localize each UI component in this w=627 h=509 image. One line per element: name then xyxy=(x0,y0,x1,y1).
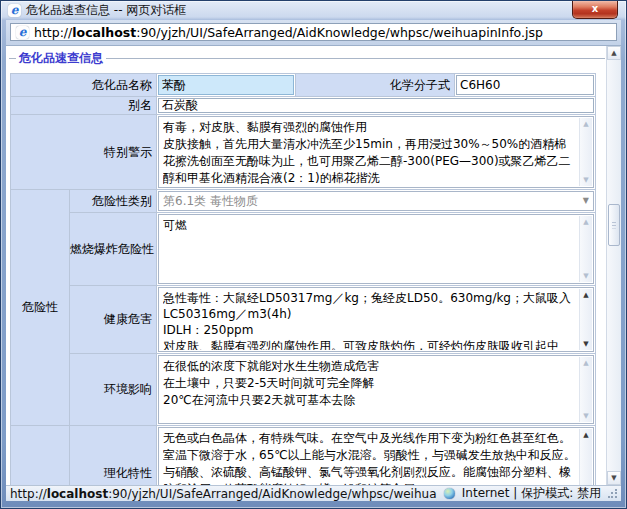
close-button[interactable]: x xyxy=(572,1,618,19)
scroll-down-icon[interactable]: ▼ xyxy=(583,412,588,420)
warning-scrollbar[interactable]: ▲ ▼ xyxy=(579,118,592,186)
chevron-down-icon: ▼ xyxy=(583,196,589,205)
scroll-up-icon[interactable]: ▲ xyxy=(583,218,588,226)
environment-label: 环境影响 xyxy=(70,354,156,425)
name-cell xyxy=(157,74,295,96)
status-url-prefix: http:// xyxy=(10,487,47,501)
security-zone-text: Internet | 保护模式: 禁用 xyxy=(462,485,601,502)
environment-cell: 在很低的浓度下就能对水生生物造成危害 在土壤中，只要2-5天时间就可完全降解 2… xyxy=(157,354,595,425)
url-prefix: http:// xyxy=(34,25,72,40)
environment-text: 在很低的浓度下就能对水生生物造成危害 在土壤中，只要2-5天时间就可完全降解 2… xyxy=(163,358,576,422)
status-url-host: localhost xyxy=(47,487,108,501)
physical-text: 无色或白色晶体，有特殊气味。在空气中及光线作用下变为粉红色甚至红色。室温下微溶于… xyxy=(163,430,576,485)
fire-scrollbar[interactable]: ▲ ▼ xyxy=(579,216,592,282)
physical-cell: 无色或白色晶体，有特殊气味。在空气中及光线作用下变为粉红色甚至红色。室温下微溶于… xyxy=(157,426,595,485)
scroll-up-icon[interactable]: ▲ xyxy=(607,46,621,60)
fire-label: 燃烧爆炸危险性 xyxy=(70,213,156,285)
form-page: 危化品速查信息 危化品名称 化学分子式 别名 特别警示 xyxy=(6,46,606,485)
info-table: 危化品名称 化学分子式 别名 特别警示 有毒，对皮肤、黏膜有强烈的腐蚀作用 皮 xyxy=(10,73,596,485)
alias-input[interactable] xyxy=(158,98,594,113)
url-box[interactable]: e http://localhost:90/yjzh/UI/SafeArrang… xyxy=(10,23,617,41)
url-path: :90/yjzh/UI/SafeArranged/AidKnowledge/wh… xyxy=(136,25,543,40)
fire-cell: 可燃 ▲ ▼ xyxy=(157,213,595,285)
formula-input[interactable] xyxy=(456,75,594,95)
url-text: http://localhost:90/yjzh/UI/SafeArranged… xyxy=(34,25,543,40)
scroll-up-icon[interactable]: ▲ xyxy=(583,359,588,367)
scroll-up-icon[interactable]: ▲ xyxy=(583,291,588,299)
status-url-path: :90/yjzh/UI/SafeArranged/AidKnowledge/wh… xyxy=(108,487,437,501)
warning-label: 特别警示 xyxy=(11,115,156,189)
scroll-down-icon[interactable]: ▼ xyxy=(583,340,588,348)
health-textarea[interactable]: 急性毒性：大鼠经LD50317mg／kg；兔经皮LD50。630mg/kg；大鼠… xyxy=(158,287,594,352)
scroll-up-icon[interactable]: ▲ xyxy=(583,120,588,128)
address-bar: e http://localhost:90/yjzh/UI/SafeArrang… xyxy=(6,20,621,46)
scrollbar-grip-icon xyxy=(612,222,616,229)
scroll-down-glyph: ▼ xyxy=(611,474,616,482)
status-url: http://localhost:90/yjzh/UI/SafeArranged… xyxy=(10,487,437,501)
hazard-group-label: 危险性 xyxy=(11,190,69,425)
title-bar: e 危化品速查信息 -- 网页对话框 xyxy=(1,1,626,20)
hazard-class-select[interactable]: 第6.1类 毒性物质 ▼ xyxy=(158,191,594,211)
scroll-down-icon[interactable]: ▼ xyxy=(583,272,588,280)
alias-label: 别名 xyxy=(11,97,156,114)
hazard-class-value: 第6.1类 毒性物质 xyxy=(163,193,258,210)
fire-textarea[interactable]: 可燃 ▲ ▼ xyxy=(158,214,594,284)
health-cell: 急性毒性：大鼠经LD50317mg／kg；兔经皮LD50。630mg/kg；大鼠… xyxy=(157,286,595,353)
section-legend-text: 危化品速查信息 xyxy=(19,50,103,67)
window-scrollbar[interactable]: ▲ ▼ xyxy=(606,46,621,485)
ie-page-icon: e xyxy=(16,26,29,39)
environment-textarea[interactable]: 在很低的浓度下就能对水生生物造成危害 在土壤中，只要2-5天时间就可完全降解 2… xyxy=(158,355,594,424)
health-scrollbar[interactable]: ▲ ▼ xyxy=(579,289,592,350)
warning-cell: 有毒，对皮肤、黏膜有强烈的腐蚀作用 皮肤接触，首先用大量清水冲洗至少15min，… xyxy=(157,115,595,189)
ie-browser-icon: e xyxy=(8,4,21,17)
hazard-class-label: 危险性类别 xyxy=(70,190,156,212)
physical-spacer-cell xyxy=(11,426,69,485)
resize-grip-icon[interactable] xyxy=(608,489,617,498)
health-label: 健康危害 xyxy=(70,286,156,353)
warning-text: 有毒，对皮肤、黏膜有强烈的腐蚀作用 皮肤接触，首先用大量清水冲洗至少15min，… xyxy=(163,119,576,186)
warning-textarea[interactable]: 有毒，对皮肤、黏膜有强烈的腐蚀作用 皮肤接触，首先用大量清水冲洗至少15min，… xyxy=(158,116,594,188)
globe-icon xyxy=(444,488,455,499)
alias-cell xyxy=(157,97,595,114)
dialog-window: e 危化品速查信息 -- 网页对话框 x e http://localhost:… xyxy=(0,0,627,509)
physical-scrollbar[interactable]: ▲ ▼ xyxy=(579,429,592,485)
close-icon: x xyxy=(592,3,598,14)
environment-scrollbar[interactable]: ▲ ▼ xyxy=(579,357,592,422)
name-label: 危化品名称 xyxy=(11,74,156,96)
physical-textarea[interactable]: 无色或白色晶体，有特殊气味。在空气中及光线作用下变为粉红色甚至红色。室温下微溶于… xyxy=(158,427,594,485)
scroll-up-icon[interactable]: ▲ xyxy=(583,431,588,439)
scroll-up-glyph: ▲ xyxy=(611,49,616,57)
hazard-class-cell: 第6.1类 毒性物质 ▼ xyxy=(157,190,595,212)
window-title: 危化品速查信息 -- 网页对话框 xyxy=(26,2,186,19)
scroll-down-icon[interactable]: ▼ xyxy=(583,176,588,184)
scrollbar-thumb[interactable] xyxy=(608,204,620,246)
fire-text: 可燃 xyxy=(163,217,576,282)
health-text: 急性毒性：大鼠经LD50317mg／kg；兔经皮LD50。630mg/kg；大鼠… xyxy=(163,290,576,350)
url-host: localhost xyxy=(72,25,136,40)
physical-label: 理化特性 xyxy=(70,426,156,485)
formula-cell xyxy=(455,74,595,96)
scroll-down-icon[interactable]: ▼ xyxy=(607,471,621,485)
section-legend: 危化品速查信息 xyxy=(9,50,605,67)
name-input[interactable] xyxy=(158,75,294,95)
status-bar: http://localhost:90/yjzh/UI/SafeArranged… xyxy=(6,485,621,501)
formula-label: 化学分子式 xyxy=(296,74,454,96)
dialog-content: 危化品速查信息 危化品名称 化学分子式 别名 特别警示 xyxy=(6,46,621,485)
